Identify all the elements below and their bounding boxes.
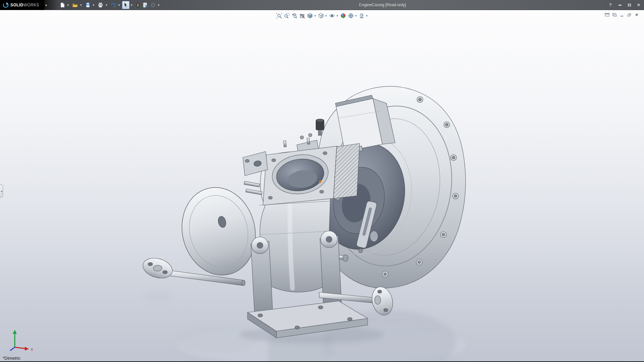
save-button[interactable]: [84, 1, 92, 9]
window-controls: ? ✕: [608, 0, 641, 10]
undo-button[interactable]: [110, 1, 117, 9]
help-button[interactable]: ?: [608, 2, 613, 8]
doc-restore-button[interactable]: [627, 12, 632, 17]
display-style-button[interactable]: [317, 12, 325, 20]
select-button[interactable]: [122, 1, 129, 9]
dassault-3ds-logo-icon: [2, 2, 9, 8]
undo-dropdown-arrow[interactable]: ▾: [118, 3, 120, 7]
zoom-to-fit-button[interactable]: [275, 12, 283, 20]
triad-x-label: x: [31, 347, 33, 352]
doc-new-window-button[interactable]: [612, 12, 617, 17]
options-button[interactable]: [149, 1, 157, 9]
hide-show-items-icon: [329, 13, 335, 19]
rebuild-button[interactable]: [135, 1, 141, 9]
main-toolbar: ▾ ▾ ▾ ▾ ▾: [59, 1, 161, 9]
section-view-button[interactable]: [299, 12, 306, 20]
engine-casing-model[interactable]: [0, 10, 644, 362]
options-dropdown-arrow[interactable]: ▾: [158, 3, 160, 7]
title-bar: SOLIDWORKS ▸ ▾ ▾ ▾: [0, 0, 644, 10]
zoom-to-fit-icon: [276, 13, 282, 19]
file-properties-button[interactable]: [142, 1, 149, 9]
save-dropdown-arrow[interactable]: ▾: [93, 3, 95, 7]
rebuild-traffic-light-icon: [136, 2, 140, 8]
print-dropdown-arrow[interactable]: ▾: [106, 3, 107, 7]
previous-view-icon: [291, 13, 298, 19]
print-button[interactable]: [97, 1, 104, 9]
edit-appearance-icon: [340, 13, 346, 19]
select-dropdown-arrow[interactable]: ▾: [131, 3, 132, 7]
open-dropdown-arrow[interactable]: ▾: [80, 3, 82, 7]
menu-flyout-arrow-icon[interactable]: ▸: [46, 3, 47, 7]
open-button[interactable]: [71, 1, 79, 9]
options-gear-icon: [150, 2, 156, 8]
display-style-icon: [318, 13, 324, 19]
brand-text: SOLIDWORKS: [10, 3, 39, 7]
doc-restore-icon: [628, 13, 631, 16]
minimize-button[interactable]: [617, 2, 623, 8]
view-settings-dropdown-arrow[interactable]: ▾: [366, 14, 368, 17]
minimize-icon: [619, 5, 622, 6]
new-document-button[interactable]: [59, 1, 66, 9]
maximize-button[interactable]: [627, 2, 632, 8]
hide-show-dropdown-arrow[interactable]: ▾: [336, 14, 338, 17]
window-back-icon: [605, 13, 609, 17]
window-front-icon: [612, 13, 617, 17]
hide-show-items-button[interactable]: [328, 12, 336, 20]
doc-minimize-button[interactable]: [619, 12, 625, 17]
view-orientation-button[interactable]: [306, 12, 314, 20]
select-cursor-icon: [123, 2, 128, 8]
edit-appearance-button[interactable]: [339, 12, 347, 20]
view-orientation-icon: [307, 13, 313, 19]
display-style-dropdown-arrow[interactable]: ▾: [325, 14, 327, 17]
document-window-controls: ✕: [604, 12, 639, 17]
apply-scene-icon: [348, 13, 354, 19]
doc-close-button[interactable]: ✕: [634, 12, 639, 17]
zoom-to-area-button[interactable]: [283, 12, 290, 20]
zoom-to-area-icon: [284, 13, 290, 19]
print-icon: [97, 2, 104, 8]
feature-manager-collapsed-tab[interactable]: ◂: [0, 185, 3, 197]
apply-scene-button[interactable]: [347, 12, 355, 20]
view-settings-button[interactable]: [358, 12, 365, 20]
graphics-viewport[interactable]: ▾ ▾ ▾: [0, 10, 644, 362]
solidworks-logo: SOLIDWORKS: [0, 0, 44, 10]
heads-up-view-toolbar: ▾ ▾ ▾: [275, 12, 369, 20]
open-icon: [72, 2, 78, 8]
file-properties-icon: [142, 2, 148, 8]
close-button[interactable]: ✕: [636, 2, 641, 8]
new-document-icon: [59, 2, 65, 8]
view-settings-icon: [359, 13, 365, 19]
section-view-icon: [299, 13, 305, 19]
undo-icon: [110, 2, 116, 8]
save-icon: [85, 2, 91, 8]
document-title: EngineCasing [Read-only]: [359, 0, 406, 10]
view-orientation-label: *Dimetric: [3, 356, 20, 361]
doc-prev-window-button[interactable]: [604, 12, 610, 17]
orientation-triad: x: [5, 328, 38, 352]
maximize-icon: [628, 4, 631, 6]
view-orientation-dropdown-arrow[interactable]: ▾: [314, 14, 316, 17]
new-dropdown-arrow[interactable]: ▾: [67, 3, 69, 7]
doc-minimize-icon: [621, 16, 623, 16]
previous-view-button[interactable]: [291, 12, 298, 20]
apply-scene-dropdown-arrow[interactable]: ▾: [355, 14, 357, 17]
